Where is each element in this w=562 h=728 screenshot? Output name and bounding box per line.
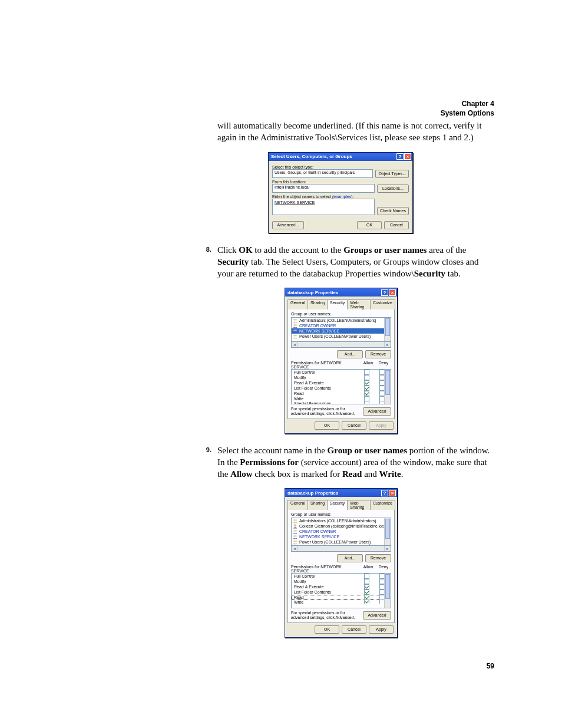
permissions-listbox[interactable]: Full ControlModifyRead & ExecuteList Fol… [291,573,391,608]
permission-name: List Folder Contents [294,386,359,390]
permission-name: Write [294,397,359,401]
user-list-item[interactable]: Power Users (COLLEEN\Power Users) [292,539,391,545]
scrollbar[interactable] [384,518,391,545]
scroll-thumb[interactable] [385,519,390,539]
advanced-text: For special permissions or for advanced … [291,611,361,620]
users-listbox[interactable]: Administrators (COLLEEN\Administrators)C… [291,317,391,342]
h-scrollbar[interactable]: ◄► [291,546,391,552]
scroll-right-icon[interactable]: ► [384,342,391,347]
user-list-item[interactable]: CREATOR OWNER [292,323,391,328]
close-icon[interactable]: × [389,490,396,496]
user-list-item[interactable]: NETWORK SERVICE [292,534,391,539]
allow-checkbox[interactable] [364,375,369,380]
scrollbar[interactable] [384,318,391,341]
ok-button[interactable]: OK [315,421,339,430]
scroll-right-icon[interactable]: ► [384,546,391,551]
examples-link[interactable]: examples [333,195,351,199]
allow-checkbox[interactable] [364,391,369,396]
scrollbar[interactable] [384,370,391,404]
names-pre: Enter the object names to select ( [272,195,333,199]
object-names-label: Enter the object names to select (exampl… [272,195,409,199]
svg-point-0 [293,319,295,321]
object-types-button[interactable]: Object Types... [375,170,409,178]
allow-checkbox[interactable] [364,380,369,386]
user-list-item[interactable]: NETWORK SERVICE [292,328,391,334]
user-icon [293,524,297,529]
cancel-button[interactable]: Cancel [384,221,409,229]
close-icon[interactable]: × [404,153,411,160]
allow-checkbox[interactable] [364,589,369,595]
user-label: Administrators (COLLEEN\Administrators) [299,519,376,523]
tab-sharing[interactable]: Sharing [308,299,328,309]
figure-properties-1: databackup Properties?×GeneralSharingSec… [285,288,396,433]
allow-checkbox[interactable] [364,595,369,600]
scrollbar[interactable] [384,574,391,608]
titlebar[interactable]: Select Users, Computers, or Groups ? × [269,153,412,161]
allow-checkbox[interactable] [364,401,369,404]
help-icon[interactable]: ? [381,490,388,496]
group-icon [293,318,297,323]
tab-security[interactable]: Security [327,500,348,510]
user-list-item[interactable]: Administrators (COLLEEN\Administrators) [292,518,391,523]
users-listbox[interactable]: Administrators (COLLEEN\Administrators)C… [291,518,391,546]
help-icon[interactable]: ? [396,153,404,160]
titlebar[interactable]: databackup Properties?× [285,489,397,497]
object-type-field: Users, Groups, or Built-in security prin… [272,169,373,178]
tab-customize[interactable]: Customize [370,500,395,510]
location-label: From this location: [272,180,409,184]
tab-customize[interactable]: Customize [370,299,395,309]
cancel-button[interactable]: Cancel [342,625,366,634]
user-list-item[interactable]: CREATOR OWNER [292,529,391,534]
allow-checkbox[interactable] [364,584,369,589]
allow-checkbox[interactable] [364,574,369,579]
apply-button[interactable]: Apply [369,625,394,634]
locations-button[interactable]: Locations... [377,185,409,193]
permission-row[interactable]: Read [292,595,391,600]
add-button[interactable]: Add... [337,350,363,358]
permission-name: Write [294,600,359,604]
permissions-listbox[interactable]: Full ControlModifyRead & ExecuteList Fol… [291,369,391,404]
h-scrollbar[interactable]: ◄► [291,342,391,348]
permission-row[interactable]: Write [292,600,391,604]
tab-security[interactable]: Security [327,299,348,309]
group-icon [293,329,297,334]
allow-checkbox[interactable] [364,370,369,375]
check-names-button[interactable]: Check Names [377,207,409,215]
tab-sharing[interactable]: Sharing [308,500,328,510]
allow-checkbox[interactable] [364,600,369,604]
remove-button[interactable]: Remove [365,554,391,562]
tab-general[interactable]: General [287,500,308,510]
step-9-number: 9. [200,444,211,480]
scroll-left-icon[interactable]: ◄ [292,342,298,347]
titlebar[interactable]: databackup Properties?× [285,288,397,297]
user-list-item[interactable]: Administrators (COLLEEN\Administrators) [292,318,391,323]
deny-col-label: Deny [376,361,391,369]
remove-button[interactable]: Remove [365,350,391,358]
tab-general[interactable]: General [287,299,308,309]
ok-button[interactable]: OK [315,625,339,634]
allow-checkbox[interactable] [364,579,369,584]
scroll-thumb[interactable] [385,318,390,336]
help-icon[interactable]: ? [381,289,388,296]
ok-button[interactable]: OK [357,221,382,229]
close-icon[interactable]: × [389,289,396,296]
user-list-item[interactable]: Colleen Glennon (colleeng@IntelliTrackIn… [292,523,391,529]
permission-row[interactable]: Special Permissions [292,401,391,404]
advanced-button[interactable]: Advanced... [272,221,304,229]
allow-checkbox[interactable] [364,396,369,401]
advanced-button[interactable]: Advanced [363,407,391,416]
chapter-label: Chapter 4 [441,99,494,108]
permission-name: Special Permissions [294,401,359,404]
scroll-thumb[interactable] [385,574,390,599]
add-button[interactable]: Add... [337,554,363,562]
object-names-input[interactable]: NETWORK SERVICE [272,199,375,215]
tab-web-sharing[interactable]: Web Sharing [347,500,371,510]
scroll-thumb[interactable] [385,370,390,395]
advanced-button[interactable]: Advanced [363,611,391,620]
cancel-button[interactable]: Cancel [342,421,366,430]
tab-web-sharing[interactable]: Web Sharing [347,299,371,309]
permission-row[interactable]: Write [292,396,391,401]
scroll-left-icon[interactable]: ◄ [292,546,298,551]
user-list-item[interactable]: Power Users (COLLEEN\Power Users) [292,334,391,339]
allow-checkbox[interactable] [364,386,369,391]
